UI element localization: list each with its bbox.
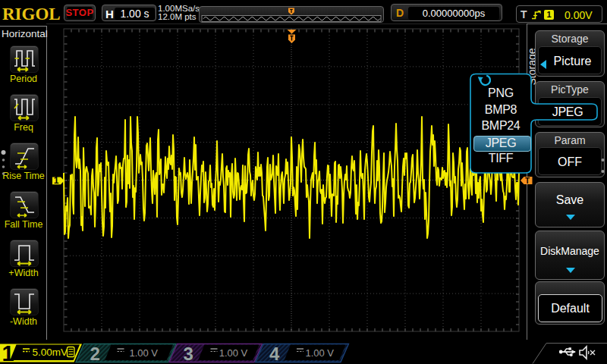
svg-text:5.00mV: 5.00mV — [33, 347, 68, 358]
svg-text:4: 4 — [269, 344, 280, 364]
svg-text:2: 2 — [90, 344, 100, 364]
svg-text:1.00 V: 1.00 V — [219, 347, 248, 359]
svg-text:1: 1 — [2, 341, 14, 364]
svg-text:T: T — [525, 177, 530, 185]
svg-text:1.00 V: 1.00 V — [129, 347, 158, 359]
svg-text:1: 1 — [54, 175, 59, 186]
svg-text:3: 3 — [184, 344, 193, 364]
svg-text:1.00 V: 1.00 V — [305, 347, 334, 359]
